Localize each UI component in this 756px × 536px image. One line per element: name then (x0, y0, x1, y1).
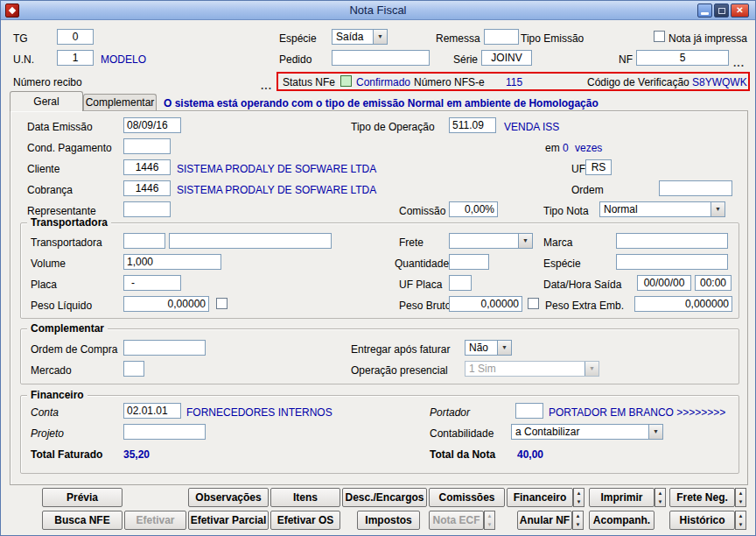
peso-bruto-checkbox[interactable] (528, 298, 539, 309)
numero-recibo-lookup-button[interactable]: ... (261, 81, 272, 90)
busca-nfe-button[interactable]: Busca NFE (42, 511, 122, 530)
peso-liquido-checkbox[interactable] (216, 298, 228, 309)
operacao-presencial-select: 1 Sim▼ (465, 361, 599, 377)
parcelas-value: 0 (563, 142, 569, 154)
volume-input[interactable] (123, 254, 221, 270)
pedido-input[interactable] (332, 50, 430, 66)
spin-up-icon: ▲ (736, 489, 746, 497)
tab-geral[interactable]: Geral (10, 91, 83, 111)
tipo-nota-select[interactable]: Normal▼ (599, 201, 725, 217)
frete-neg-button[interactable]: Frete Neg. (669, 488, 735, 507)
portador-desc: PORTADOR EM BRANCO >>>>>>>> (549, 406, 725, 419)
entregar-apos-faturar-select[interactable]: Não▼ (465, 340, 512, 356)
spin-up-icon: ▲ (573, 511, 583, 520)
tipo-operacao-input[interactable] (449, 117, 496, 133)
especie-select[interactable]: Saída▼ (332, 29, 388, 45)
placa-label: Placa (31, 279, 57, 291)
comissoes-button[interactable]: Comissões (429, 488, 505, 507)
observacoes-button[interactable]: Observações (188, 488, 269, 507)
comissao-label: Comissão (399, 205, 445, 217)
total-da-nota-value: 40,00 (517, 448, 543, 461)
projeto-input[interactable] (123, 424, 206, 440)
itens-button[interactable]: Itens (270, 488, 340, 507)
chevron-down-icon: ▼ (497, 341, 511, 355)
acompanh-button[interactable]: Acompanh. (589, 511, 654, 530)
data-emissao-input[interactable] (123, 117, 181, 133)
desc-encargos-button[interactable]: Desc./Encargos (342, 488, 427, 507)
uf-placa-input[interactable] (449, 275, 472, 291)
historico-spinner[interactable]: ▲▼ (735, 511, 746, 530)
especie-transp-label: Espécie (543, 257, 581, 270)
cobranca-input[interactable] (123, 180, 171, 196)
financeiro-spinner[interactable]: ▲▼ (573, 488, 584, 507)
frete-select[interactable]: ▼ (449, 233, 533, 249)
pedido-label: Pedido (279, 53, 312, 66)
anular-nf-spinner[interactable]: ▲▼ (572, 511, 584, 530)
spin-up-icon: ▲ (736, 511, 746, 520)
frete-neg-spinner[interactable]: ▲▼ (735, 488, 746, 507)
numero-nfse-label: Número NFS-e (414, 76, 485, 88)
operacao-presencial-value: 1 Sim (469, 363, 496, 375)
contabilidade-label: Contabilidade (430, 427, 494, 440)
portador-input[interactable] (515, 403, 543, 419)
hora-saida-input[interactable] (695, 275, 732, 291)
impostos-button[interactable]: Impostos (357, 511, 420, 530)
peso-extra-input[interactable] (634, 296, 732, 312)
nf-label: NF (619, 53, 633, 66)
imprimir-button[interactable]: Imprimir (589, 488, 654, 507)
nota-ja-impressa-checkbox[interactable] (654, 31, 665, 42)
transportadora-name-input[interactable] (169, 233, 332, 249)
previa-button[interactable]: Prévia (42, 488, 122, 507)
efetivar-parcial-button[interactable]: Efetivar Parcial (188, 511, 269, 530)
quantidade-input[interactable] (449, 254, 489, 270)
tab-complementar[interactable]: Complementar (83, 94, 157, 110)
codigo-verificacao-value: S8YWQWK (692, 76, 747, 88)
especie-transp-input[interactable] (616, 254, 728, 270)
cond-pagamento-input[interactable] (123, 138, 171, 154)
portador-label: Portador (430, 406, 470, 419)
imprimir-spinner[interactable]: ▲▼ (654, 488, 666, 507)
serie-input[interactable] (481, 50, 532, 66)
ordem-compra-input[interactable] (123, 340, 206, 356)
transportadora-code-input[interactable] (123, 233, 165, 249)
spin-down-icon: ▼ (736, 497, 746, 506)
chevron-down-icon: ▼ (518, 234, 532, 248)
un-input[interactable] (57, 50, 94, 66)
cliente-label: Cliente (27, 163, 60, 175)
ordem-input[interactable] (659, 180, 732, 196)
nf-lookup-button[interactable]: ... (733, 59, 745, 67)
representante-input[interactable] (123, 201, 171, 217)
uf-input[interactable] (585, 159, 612, 175)
tg-input[interactable] (57, 29, 94, 45)
frete-label: Frete (399, 236, 424, 249)
financeiro-button[interactable]: Financeiro (507, 488, 573, 507)
comissao-input[interactable] (449, 201, 498, 217)
data-saida-input[interactable] (637, 275, 691, 291)
volume-label: Volume (31, 257, 66, 270)
nf-input[interactable] (636, 50, 729, 66)
peso-liquido-input[interactable] (123, 296, 209, 312)
historico-button[interactable]: Histórico (669, 511, 735, 530)
close-button[interactable]: ✕ (731, 4, 749, 18)
peso-bruto-input[interactable] (449, 296, 522, 312)
maximize-button[interactable] (714, 4, 729, 18)
minimize-button[interactable] (697, 4, 712, 18)
conta-input[interactable] (123, 403, 181, 419)
especie-label: Espécie (279, 32, 317, 45)
uf-label: UF (571, 163, 585, 175)
numero-nfse-value: 115 (506, 76, 522, 88)
mercado-input[interactable] (123, 361, 144, 377)
marca-input[interactable] (616, 233, 728, 249)
data-emissao-label: Data Emissão (27, 121, 93, 133)
quantidade-label: Quantidade (395, 257, 449, 270)
cliente-input[interactable] (123, 159, 171, 175)
tg-label: TG (13, 32, 28, 45)
contabilidade-select[interactable]: a Contabilizar▼ (511, 424, 663, 440)
anular-nf-button[interactable]: Anular NF (517, 511, 572, 530)
placa-input[interactable] (123, 275, 181, 291)
remessa-input[interactable] (484, 29, 519, 45)
efetivar-os-button[interactable]: Efetivar OS (270, 511, 340, 530)
cobranca-label: Cobrança (27, 184, 73, 196)
peso-extra-label: Peso Extra Emb. (545, 300, 624, 312)
spin-up-icon: ▲ (485, 511, 494, 520)
